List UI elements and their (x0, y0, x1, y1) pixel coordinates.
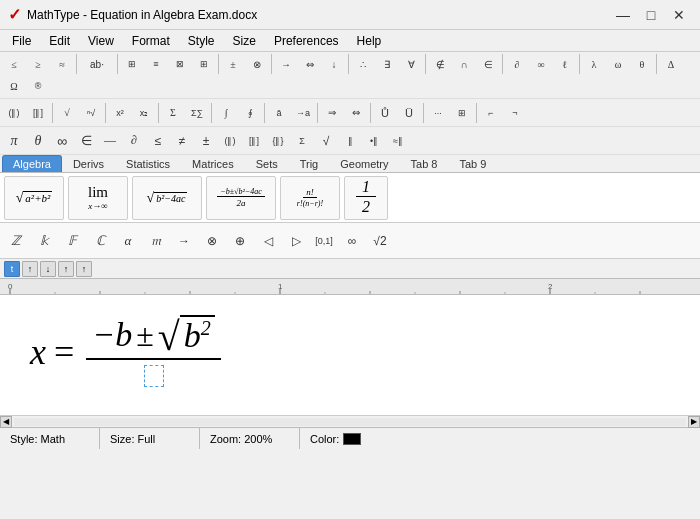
tb-dot-bar[interactable]: •‖ (362, 130, 386, 152)
tb-sum[interactable]: Σ (161, 102, 185, 124)
tb-leq[interactable]: ≤ (2, 53, 26, 75)
tb-integral1[interactable]: ∫ (214, 102, 238, 124)
template-sqrt-sum[interactable]: √a²+b² (4, 176, 64, 220)
tb-integral2[interactable]: ∮ (238, 102, 262, 124)
menu-format[interactable]: Format (124, 32, 178, 50)
tb-ell[interactable]: ℓ (553, 53, 577, 75)
small-btn-up3[interactable]: ↑ (76, 261, 92, 277)
tb-cap[interactable]: ∩ (452, 53, 476, 75)
sym-infty3[interactable]: ∞ (340, 230, 364, 252)
tb-infty[interactable]: ∞ (529, 53, 553, 75)
tb-geq[interactable]: ≥ (26, 53, 50, 75)
sym-k[interactable]: 𝕜 (32, 230, 56, 252)
template-half[interactable]: 1 2 (344, 176, 388, 220)
tb-otimes[interactable]: ⊗ (245, 53, 269, 75)
tb-leq2[interactable]: ≤ (146, 130, 170, 152)
menu-view[interactable]: View (80, 32, 122, 50)
menu-preferences[interactable]: Preferences (266, 32, 347, 50)
tb-registered[interactable]: ® (26, 75, 50, 97)
tb-in[interactable]: ∈ (74, 130, 98, 152)
tab-derivs[interactable]: Derivs (62, 155, 115, 172)
scroll-right[interactable]: ▶ (688, 416, 700, 428)
sym-m[interactable]: 𝔪 (144, 230, 168, 252)
tab-matrices[interactable]: Matrices (181, 155, 245, 172)
tb-therefore[interactable]: ∴ (351, 53, 375, 75)
main-editing-area[interactable]: x = −b ± √ b2 (0, 295, 700, 415)
minimize-button[interactable]: — (610, 5, 636, 25)
tb-arrow-down[interactable]: ↓ (322, 53, 346, 75)
tb-notin[interactable]: ∉ (428, 53, 452, 75)
horizontal-scrollbar[interactable]: ◀ ▶ (0, 415, 700, 427)
tb-theta2[interactable]: θ (26, 130, 50, 152)
sym-triangle-left[interactable]: ◁ (256, 230, 280, 252)
sym-arrow-right2[interactable]: → (172, 230, 196, 252)
tb-forall[interactable]: ∀ (399, 53, 423, 75)
tb-sqrt2[interactable]: √ (314, 130, 338, 152)
tb-cap-U[interactable]: Ů (373, 102, 397, 124)
tb-matrix4[interactable]: ⊞ (192, 53, 216, 75)
tb-vert-bar[interactable]: ‖ (338, 130, 362, 152)
tb-bracket-group[interactable]: [∥] (26, 102, 50, 124)
tab-9[interactable]: Tab 9 (448, 155, 497, 172)
tb-omega-lower[interactable]: ω (606, 53, 630, 75)
sym-C[interactable]: ℂ (88, 230, 112, 252)
maximize-button[interactable]: □ (638, 5, 664, 25)
sym-interval[interactable]: [0,1] (312, 230, 336, 252)
tb-brace[interactable]: {∥} (266, 130, 290, 152)
denominator-placeholder[interactable] (138, 360, 170, 388)
close-button[interactable]: ✕ (666, 5, 692, 25)
sym-triangle-right[interactable]: ▷ (284, 230, 308, 252)
menu-style[interactable]: Style (180, 32, 223, 50)
tb-infty2[interactable]: ∞ (50, 130, 74, 152)
sym-otimes2[interactable]: ⊗ (200, 230, 224, 252)
tb-sigma-sum[interactable]: Σ (290, 130, 314, 152)
tb-tilde[interactable]: ≈‖ (386, 130, 410, 152)
tb-dots[interactable]: ··· (426, 102, 450, 124)
menu-size[interactable]: Size (225, 32, 264, 50)
tab-geometry[interactable]: Geometry (329, 155, 399, 172)
tab-statistics[interactable]: Statistics (115, 155, 181, 172)
menu-help[interactable]: Help (349, 32, 390, 50)
scroll-track[interactable] (14, 418, 686, 426)
tb-lambda[interactable]: λ (582, 53, 606, 75)
tb-plusminus[interactable]: ± (221, 53, 245, 75)
sym-F[interactable]: 𝔽 (60, 230, 84, 252)
sym-oplus[interactable]: ⊕ (228, 230, 252, 252)
tab-algebra[interactable]: Algebra (2, 155, 62, 172)
tb-theta[interactable]: θ (630, 53, 654, 75)
tab-trig[interactable]: Trig (289, 155, 330, 172)
small-btn-down[interactable]: ↓ (40, 261, 56, 277)
tb-pi[interactable]: π (2, 130, 26, 152)
tb-arrow-right[interactable]: → (274, 53, 298, 75)
menu-file[interactable]: File (4, 32, 39, 50)
template-discriminant[interactable]: √b²−4ac (132, 176, 202, 220)
tb-matrix1[interactable]: ⊞ (120, 53, 144, 75)
sym-sqrt3[interactable]: √2 (368, 230, 392, 252)
tb-pm[interactable]: ± (194, 130, 218, 152)
tb-exists[interactable]: ∃ (375, 53, 399, 75)
tb-partial[interactable]: ∂ (505, 53, 529, 75)
tb-cup[interactable]: ∈ (476, 53, 500, 75)
tb-matrix2[interactable]: ≡ (144, 53, 168, 75)
tb-double-iff[interactable]: ⇔ (344, 102, 368, 124)
small-btn-t[interactable]: t (4, 261, 20, 277)
tb-sum2[interactable]: Σ∑ (185, 102, 209, 124)
template-limit[interactable]: lim x→∞ (68, 176, 128, 220)
tb-matrix3[interactable]: ⊠ (168, 53, 192, 75)
tb-sqrt[interactable]: √ (55, 102, 79, 124)
tb-paren2[interactable]: (∥) (218, 130, 242, 152)
tb-delta-upper[interactable]: Δ (659, 53, 683, 75)
small-btn-up2[interactable]: ↑ (58, 261, 74, 277)
tb-bracket3[interactable]: ¬ (503, 102, 527, 124)
tab-8[interactable]: Tab 8 (400, 155, 449, 172)
tb-neq[interactable]: ≠ (170, 130, 194, 152)
tb-approx[interactable]: ≈ (50, 53, 74, 75)
tb-grid[interactable]: ⊞ (450, 102, 474, 124)
sym-alpha[interactable]: α (116, 230, 140, 252)
tb-ab-dot[interactable]: ab· (79, 53, 115, 75)
tb-overline[interactable]: ā (267, 102, 291, 124)
tb-sub[interactable]: x₂ (132, 102, 156, 124)
template-combination[interactable]: n! r!(n−r)! (280, 176, 340, 220)
scroll-left[interactable]: ◀ (0, 416, 12, 428)
tb-sub-super[interactable]: x² (108, 102, 132, 124)
